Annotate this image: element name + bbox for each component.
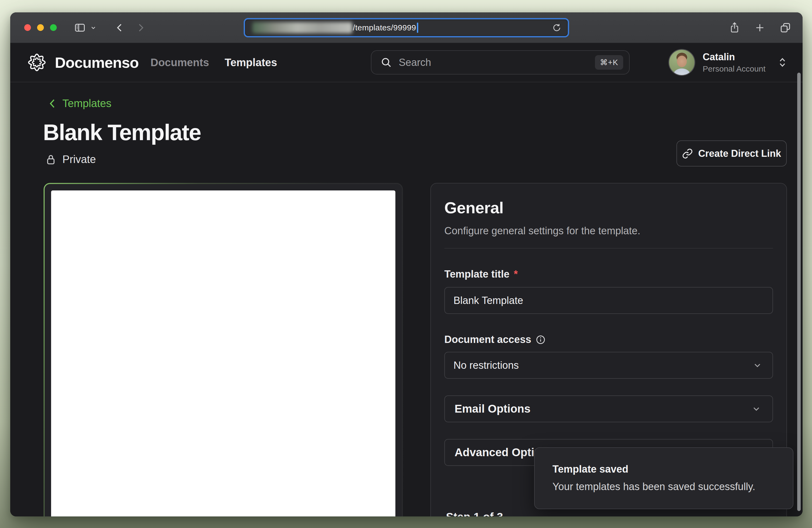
close-window-button[interactable] xyxy=(24,24,31,31)
toast-title: Template saved xyxy=(552,464,776,475)
create-direct-link-label: Create Direct Link xyxy=(698,148,781,159)
reload-icon[interactable] xyxy=(552,23,562,32)
sidebar-toggle-icon[interactable] xyxy=(74,22,86,34)
avatar xyxy=(668,49,695,76)
tab-overview-icon[interactable] xyxy=(780,22,791,34)
panel-heading: General xyxy=(444,199,773,217)
user-name: Catalin xyxy=(703,52,766,63)
browser-window: /templates/99999 xyxy=(10,12,802,516)
nav-documents[interactable]: Documents xyxy=(150,57,209,69)
account-menu[interactable]: Catalin Personal Account xyxy=(668,49,787,76)
chevron-down-icon xyxy=(751,404,762,414)
search-placeholder: Search xyxy=(399,57,431,68)
template-title-label-row: Template title * xyxy=(444,268,773,280)
chevron-down-icon xyxy=(752,360,763,371)
logo-wordmark: Documenso xyxy=(55,54,139,71)
email-options-label: Email Options xyxy=(454,402,531,415)
breadcrumb-label[interactable]: Templates xyxy=(62,97,111,109)
minimize-window-button[interactable] xyxy=(37,24,44,31)
nav-templates[interactable]: Templates xyxy=(224,57,277,69)
documenso-rosette-icon xyxy=(26,52,48,73)
forward-button xyxy=(135,22,146,33)
document-access-value: No restrictions xyxy=(453,360,519,371)
text-caret xyxy=(417,23,418,33)
back-button[interactable] xyxy=(114,22,125,33)
email-options-toggle[interactable]: Email Options xyxy=(444,395,773,422)
sidebar-menu-chevron-icon[interactable] xyxy=(90,25,97,31)
document-preview-card xyxy=(44,183,403,516)
toast-notification[interactable]: Template saved Your templates has been s… xyxy=(534,447,794,509)
lock-icon xyxy=(45,153,57,165)
traffic-lights xyxy=(24,24,57,31)
main-nav: Documents Templates xyxy=(150,57,277,69)
panel-subheading: Configure general settings for the templ… xyxy=(444,225,773,237)
template-title-label: Template title xyxy=(444,268,509,280)
url-path-text: /templates/99999 xyxy=(353,23,416,32)
documenso-logo[interactable]: Documenso xyxy=(26,52,139,73)
new-tab-icon[interactable] xyxy=(754,22,766,33)
browser-toolbar: /templates/99999 xyxy=(10,12,802,43)
search-icon xyxy=(381,57,392,68)
create-direct-link-button[interactable]: Create Direct Link xyxy=(677,141,787,166)
account-selector-chevrons-icon xyxy=(778,56,787,69)
required-marker: * xyxy=(514,268,518,280)
link-icon xyxy=(682,148,693,159)
search-input[interactable]: Search ⌘+K xyxy=(371,50,630,74)
zoom-window-button[interactable] xyxy=(50,24,57,31)
document-page[interactable] xyxy=(51,190,395,516)
step-indicator: Step 1 of 3 xyxy=(446,511,503,516)
visibility-label: Private xyxy=(62,153,96,165)
visibility-row: Private xyxy=(45,153,96,165)
user-account-type: Personal Account xyxy=(703,64,766,73)
search-shortcut-badge: ⌘+K xyxy=(595,55,623,70)
divider xyxy=(444,248,773,249)
breadcrumb[interactable]: Templates xyxy=(48,97,111,109)
page-scrollbar[interactable] xyxy=(797,73,801,511)
chevron-left-icon xyxy=(48,98,57,109)
share-icon[interactable] xyxy=(729,22,740,34)
app-header: Documenso Documents Templates Search ⌘+K… xyxy=(10,43,802,82)
toast-message: Your templates has been saved successful… xyxy=(552,481,776,493)
redacted-domain xyxy=(252,22,352,33)
page-title: Blank Template xyxy=(43,119,201,146)
address-field[interactable]: /templates/99999 xyxy=(246,20,567,35)
document-access-label-row: Document access xyxy=(444,334,773,346)
app-content: Documenso Documents Templates Search ⌘+K… xyxy=(10,43,802,516)
document-access-label: Document access xyxy=(444,334,531,346)
template-title-input[interactable] xyxy=(444,287,773,314)
info-icon[interactable] xyxy=(536,335,546,345)
document-preview-frame xyxy=(45,184,402,516)
document-access-select[interactable]: No restrictions xyxy=(444,352,773,379)
address-bar[interactable]: /templates/99999 xyxy=(244,18,569,38)
